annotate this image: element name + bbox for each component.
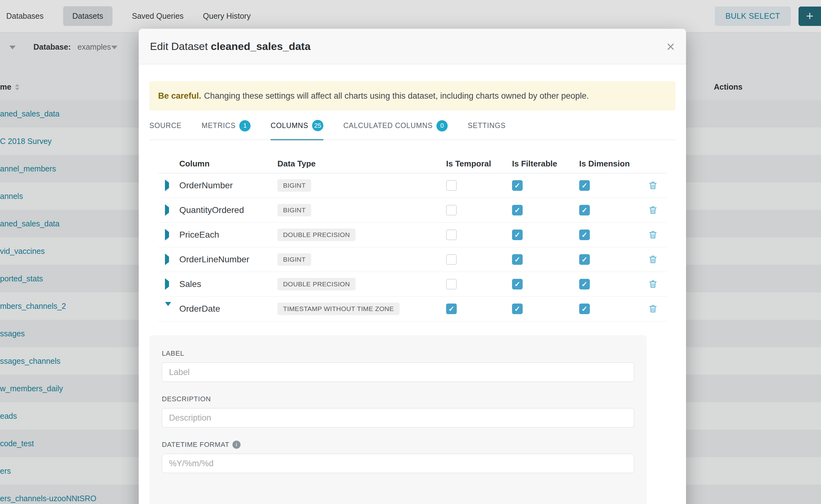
is-dimension-checkbox[interactable] bbox=[579, 205, 590, 215]
expand-caret-icon[interactable] bbox=[165, 229, 169, 240]
delete-icon[interactable] bbox=[648, 254, 658, 264]
label-field-group: LABEL bbox=[162, 349, 634, 382]
is-dimension-checkbox[interactable] bbox=[579, 230, 590, 240]
modal-body: Be careful. Changing these settings will… bbox=[139, 81, 686, 504]
table-row: PriceEach DOUBLE PRECISION bbox=[159, 223, 667, 247]
warning-bold-text: Be careful. bbox=[158, 91, 201, 101]
tab-metrics[interactable]: METRICS 1 bbox=[201, 120, 250, 140]
modal-title-prefix: Edit Dataset bbox=[150, 40, 208, 52]
modal-title-dataset-name: cleaned_sales_data bbox=[211, 40, 310, 52]
data-type-pill: BIGINT bbox=[277, 253, 311, 266]
description-input[interactable] bbox=[162, 408, 634, 427]
modal-header: Edit Dataset cleaned_sales_data × bbox=[139, 29, 686, 64]
table-row: OrderNumber BIGINT bbox=[159, 173, 667, 198]
description-field-group: DESCRIPTION bbox=[162, 395, 634, 427]
info-icon[interactable]: i bbox=[232, 441, 240, 449]
header-is-dimension: Is Dimension bbox=[574, 159, 639, 169]
tab-label: COLUMNS bbox=[270, 121, 308, 130]
warning-text: Changing these settings will affect all … bbox=[204, 91, 589, 101]
data-type-pill: DOUBLE PRECISION bbox=[277, 229, 355, 241]
description-field-label-text: DESCRIPTION bbox=[162, 395, 211, 403]
tab-label: METRICS bbox=[201, 121, 235, 130]
column-name: QuantityOrdered bbox=[175, 205, 275, 215]
is-filterable-checkbox[interactable] bbox=[512, 230, 523, 240]
column-name: Sales bbox=[175, 279, 275, 289]
header-is-temporal: Is Temporal bbox=[441, 159, 507, 169]
data-type-pill: BIGINT bbox=[277, 204, 311, 216]
warning-banner: Be careful. Changing these settings will… bbox=[149, 81, 675, 111]
column-detail-panel: LABEL DESCRIPTION DATETIME FORMAT i bbox=[149, 335, 647, 504]
is-filterable-checkbox[interactable] bbox=[512, 254, 523, 265]
data-type-pill: BIGINT bbox=[277, 179, 311, 192]
label-field-label-text: LABEL bbox=[162, 349, 184, 358]
column-name: PriceEach bbox=[175, 230, 275, 240]
label-input[interactable] bbox=[162, 363, 634, 382]
table-row: OrderLineNumber BIGINT bbox=[159, 247, 667, 272]
is-dimension-checkbox[interactable] bbox=[579, 180, 590, 191]
tab-source[interactable]: SOURCE bbox=[149, 120, 181, 140]
is-temporal-checkbox[interactable] bbox=[446, 254, 457, 265]
is-temporal-checkbox[interactable] bbox=[446, 279, 457, 289]
is-filterable-checkbox[interactable] bbox=[512, 304, 523, 314]
delete-icon[interactable] bbox=[648, 304, 658, 314]
is-temporal-checkbox[interactable] bbox=[446, 304, 457, 314]
data-type-pill: DOUBLE PRECISION bbox=[277, 278, 355, 290]
datetime-format-input[interactable] bbox=[162, 454, 634, 473]
datetime-format-field-label: DATETIME FORMAT i bbox=[162, 441, 634, 449]
column-name: OrderNumber bbox=[175, 180, 275, 190]
delete-icon[interactable] bbox=[648, 279, 658, 289]
is-filterable-checkbox[interactable] bbox=[512, 180, 523, 191]
table-row: Sales DOUBLE PRECISION bbox=[159, 272, 667, 297]
expand-caret-icon[interactable] bbox=[165, 180, 169, 191]
is-dimension-checkbox[interactable] bbox=[579, 279, 590, 289]
is-dimension-checkbox[interactable] bbox=[579, 254, 590, 265]
delete-icon[interactable] bbox=[648, 180, 658, 190]
tab-calculated-columns[interactable]: CALCULATED COLUMNS 0 bbox=[343, 120, 448, 140]
label-field-label: LABEL bbox=[162, 349, 634, 358]
is-filterable-checkbox[interactable] bbox=[512, 279, 523, 289]
metrics-count-badge: 1 bbox=[239, 120, 250, 131]
edit-dataset-modal: Edit Dataset cleaned_sales_data × Be car… bbox=[139, 29, 686, 504]
expand-caret-icon[interactable] bbox=[165, 278, 169, 290]
datetime-format-field-group: DATETIME FORMAT i bbox=[162, 441, 634, 473]
is-filterable-checkbox[interactable] bbox=[512, 205, 523, 215]
column-name: OrderDate bbox=[175, 304, 275, 314]
header-column: Column bbox=[175, 159, 275, 169]
is-temporal-checkbox[interactable] bbox=[446, 230, 457, 240]
expand-caret-icon[interactable] bbox=[165, 254, 169, 265]
column-name: OrderLineNumber bbox=[175, 254, 275, 264]
modal-tabs: SOURCE METRICS 1 COLUMNS 25 CALCULATED C… bbox=[149, 120, 675, 140]
calculated-columns-count-badge: 0 bbox=[437, 120, 448, 131]
columns-table-header: Column Data Type Is Temporal Is Filterab… bbox=[159, 154, 667, 173]
table-row: OrderDate TIMESTAMP WITHOUT TIME ZONE bbox=[159, 297, 667, 321]
datetime-format-label-text: DATETIME FORMAT bbox=[162, 441, 229, 449]
tab-label: CALCULATED COLUMNS bbox=[343, 121, 433, 130]
columns-count-badge: 25 bbox=[312, 120, 323, 131]
columns-table: Column Data Type Is Temporal Is Filterab… bbox=[159, 154, 667, 321]
expand-caret-icon[interactable] bbox=[165, 204, 169, 216]
tab-columns[interactable]: COLUMNS 25 bbox=[270, 120, 323, 140]
is-temporal-checkbox[interactable] bbox=[446, 205, 457, 215]
collapse-caret-icon[interactable] bbox=[165, 302, 171, 311]
table-row: QuantityOrdered BIGINT bbox=[159, 198, 667, 223]
description-field-label: DESCRIPTION bbox=[162, 395, 634, 403]
header-data-type: Data Type bbox=[275, 159, 441, 169]
delete-icon[interactable] bbox=[648, 205, 658, 215]
data-type-pill: TIMESTAMP WITHOUT TIME ZONE bbox=[277, 303, 399, 315]
tab-settings[interactable]: SETTINGS bbox=[468, 120, 506, 140]
tab-label: SOURCE bbox=[149, 121, 181, 130]
header-is-filterable: Is Filterable bbox=[507, 159, 574, 169]
tab-label: SETTINGS bbox=[468, 121, 506, 130]
is-dimension-checkbox[interactable] bbox=[579, 304, 590, 314]
delete-icon[interactable] bbox=[648, 230, 658, 240]
modal-title: Edit Dataset cleaned_sales_data bbox=[150, 40, 310, 52]
close-icon[interactable]: × bbox=[666, 39, 675, 54]
is-temporal-checkbox[interactable] bbox=[446, 180, 457, 191]
